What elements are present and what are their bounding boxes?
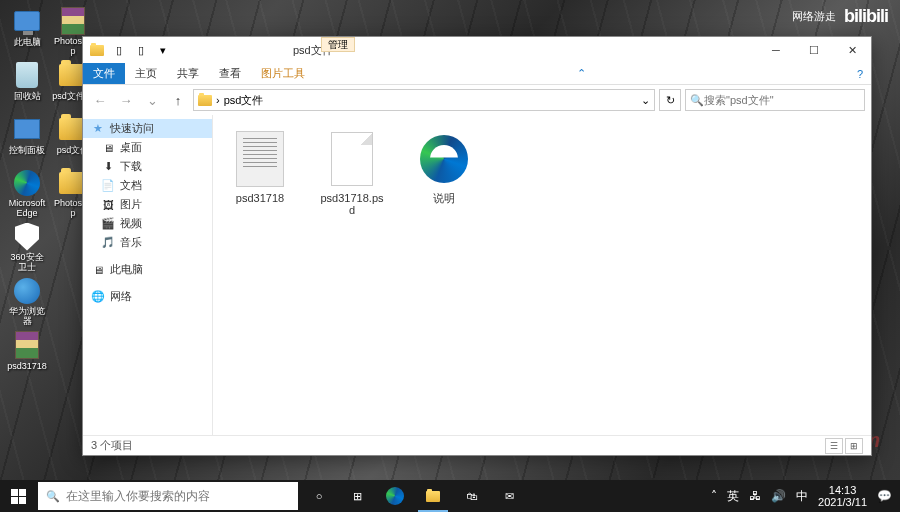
sidebar-quick-access[interactable]: ★快速访问 [83,119,212,138]
desktop-icon[interactable]: 此电脑 [6,6,48,56]
taskbar-search-input[interactable] [66,489,290,503]
sidebar-item-icon: 🖥 [101,141,115,155]
pc-icon [12,6,42,36]
back-button[interactable]: ← [89,89,111,111]
file-label: psd31718 [236,192,284,204]
icons-view-button[interactable]: ⊞ [845,438,863,454]
tab-file[interactable]: 文件 [83,63,125,84]
ribbon-context-label: 管理 [321,37,355,52]
desktop-icon[interactable]: 360安全卫士 [6,222,48,272]
minimize-button[interactable]: ─ [757,37,795,63]
volume-icon[interactable]: 🔊 [771,489,786,503]
quick-access-toolbar: ▯ ▯ ▾ [87,40,173,60]
clock-time: 14:13 [818,484,867,496]
taskbar-app-explorer[interactable] [414,480,452,512]
desktop-icon-label: 此电脑 [14,37,41,47]
desktop-icon[interactable]: 控制面板 [6,114,48,164]
folder-icon [87,40,107,60]
help-icon[interactable]: ? [857,68,863,80]
taskbar-clock[interactable]: 14:13 2021/3/11 [818,484,867,508]
address-bar-row: ← → ⌄ ↑ › psd文件 ⌄ ↻ 🔍 [83,85,871,115]
folder-icon [198,95,212,106]
desktop-icons-col1: 此电脑回收站控制面板Microsoft Edge360安全卫士华为浏览器psd3… [6,6,48,380]
sidebar-item-icon: 🎬 [101,217,115,231]
tray-overflow-icon[interactable]: ˄ [711,489,717,503]
desktop-icon[interactable]: psd31718 [6,330,48,380]
tab-home[interactable]: 主页 [125,63,167,84]
folder-icon [426,491,440,502]
sidebar-item-icon: 🖼 [101,198,115,212]
titlebar[interactable]: ▯ ▯ ▾ 管理 psd文件 ─ ☐ ✕ [83,37,871,63]
tab-share[interactable]: 共享 [167,63,209,84]
breadcrumb-sep: › [216,94,220,106]
sidebar-item-label: 文档 [120,178,142,193]
taskbar-app-edge[interactable] [376,480,414,512]
breadcrumb-item[interactable]: psd文件 [224,93,264,108]
sidebar-item-label: 桌面 [120,140,142,155]
taskbar-app-store[interactable]: 🛍 [452,480,490,512]
sidebar-item[interactable]: 🖼图片 [83,195,212,214]
sidebar-item[interactable]: 🎵音乐 [83,233,212,252]
address-dropdown-icon[interactable]: ⌄ [641,94,650,107]
details-view-button[interactable]: ☰ [825,438,843,454]
sidebar-item[interactable]: 🖥桌面 [83,138,212,157]
file-item[interactable]: 说明 [407,125,481,208]
sidebar-this-pc[interactable]: 🖥此电脑 [83,260,212,279]
winrar-icon [12,330,42,360]
file-list[interactable]: psd31718psd31718.psd说明 [213,115,871,435]
desktop-icon-label: 控制面板 [9,145,45,155]
clock-date: 2021/3/11 [818,496,867,508]
sidebar-item[interactable]: 🎬视频 [83,214,212,233]
taskbar-app-mail[interactable]: ✉ [490,480,528,512]
recent-dropdown[interactable]: ⌄ [141,89,163,111]
file-thumbnail [414,129,474,189]
file-item[interactable]: psd31718.psd [315,125,389,220]
sidebar-item[interactable]: 📄文档 [83,176,212,195]
desktop-icon[interactable]: 华为浏览器 [6,276,48,326]
cortana-button[interactable]: ○ [300,480,338,512]
status-bar: 3 个项目 ☰ ⊞ [83,435,871,455]
start-button[interactable] [0,480,36,512]
system-tray: ˄ 英 🖧 🔊 中 14:13 2021/3/11 💬 [711,484,900,508]
taskview-button[interactable]: ⊞ [338,480,376,512]
search-input[interactable] [704,94,860,106]
maximize-button[interactable]: ☐ [795,37,833,63]
taskbar-search[interactable]: 🔍 [38,482,298,510]
sidebar-network[interactable]: 🌐网络 [83,287,212,306]
language-indicator[interactable]: 中 [796,488,808,505]
refresh-button[interactable]: ↻ [659,89,681,111]
file-item[interactable]: psd31718 [223,125,297,208]
search-icon: 🔍 [690,94,704,107]
qat-item[interactable]: ▯ [131,40,151,60]
bilibili-logo: bilibili [844,6,888,27]
sidebar-item[interactable]: ⬇下载 [83,157,212,176]
desktop-icon[interactable]: 回收站 [6,60,48,110]
file-label: 说明 [433,192,455,204]
search-icon: 🔍 [46,490,60,503]
qat-item[interactable]: ▯ [109,40,129,60]
network-icon: 🌐 [91,290,105,304]
tab-view[interactable]: 查看 [209,63,251,84]
shield-icon [12,222,42,251]
search-box[interactable]: 🔍 [685,89,865,111]
file-thumbnail [322,129,382,189]
up-button[interactable]: ↑ [167,89,189,111]
notifications-icon[interactable]: 💬 [877,489,892,503]
item-count: 3 个项目 [91,438,133,453]
ime-indicator[interactable]: 英 [727,488,739,505]
ribbon-collapse-icon[interactable]: ⌃ [577,67,586,80]
explorer-window: ▯ ▯ ▾ 管理 psd文件 ─ ☐ ✕ 文件 主页 共享 查看 图片工具 ⌃ … [82,36,872,456]
top-right-overlay: 网络游走 bilibili [792,6,888,27]
close-button[interactable]: ✕ [833,37,871,63]
bin-icon [12,60,42,90]
desktop-icon[interactable]: Microsoft Edge [6,168,48,218]
address-bar[interactable]: › psd文件 ⌄ [193,89,655,111]
sidebar-item-label: 下载 [120,159,142,174]
cp-icon [12,114,42,144]
qat-dropdown[interactable]: ▾ [153,40,173,60]
tab-picture-tools[interactable]: 图片工具 [251,63,315,84]
network-icon[interactable]: 🖧 [749,489,761,503]
desktop-icon-label: 华为浏览器 [6,306,48,326]
forward-button: → [115,89,137,111]
category-label: 网络游走 [792,9,836,24]
